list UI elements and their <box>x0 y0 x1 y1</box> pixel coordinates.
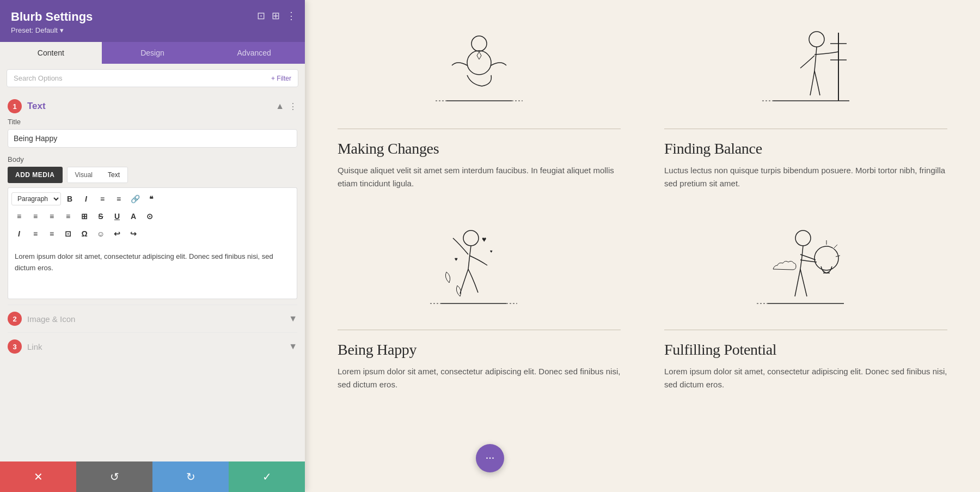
tab-advanced[interactable]: Advanced <box>203 42 305 64</box>
text-color-button[interactable]: A <box>126 209 141 223</box>
outdent-button[interactable]: ≡ <box>44 227 59 241</box>
redo-editor-button[interactable]: ↪ <box>126 227 141 241</box>
panel-preset[interactable]: Preset: Default ▾ <box>11 26 294 34</box>
card-text-being-happy: Lorem ipsum dolor sit amet, consectetur … <box>338 365 621 391</box>
panel-header: Blurb Settings Preset: Default ▾ ⊡ ⊞ ⋮ <box>0 0 305 42</box>
card-title-finding-balance: Finding Balance <box>664 140 947 157</box>
link-title-row: 3 Link <box>8 339 42 354</box>
more-options-icon[interactable]: ⋮ <box>286 10 296 22</box>
link-title: Link <box>27 342 42 351</box>
card-divider-2 <box>664 129 947 129</box>
fab-button[interactable]: ··· <box>476 444 504 472</box>
cancel-icon: ✕ <box>34 470 43 483</box>
card-title-fulfilling-potential: Fulfilling Potential <box>664 341 947 359</box>
visual-tab[interactable]: Visual <box>68 167 100 183</box>
italic-button[interactable]: I <box>78 192 94 206</box>
text-tab[interactable]: Text <box>100 167 127 183</box>
body-text: Lorem ipsum dolor sit amet, consectetur … <box>15 251 290 274</box>
card-text-making-changes: Quisque aliquet velit sit amet sem inter… <box>338 164 621 190</box>
card-finding-balance: Finding Balance Luctus lectus non quisqu… <box>664 11 947 190</box>
panel-title: Blurb Settings <box>11 10 294 24</box>
tab-content[interactable]: Content <box>0 42 102 64</box>
body-section: Body ADD MEDIA Visual Text Paragraph B I <box>8 155 297 299</box>
filter-button[interactable]: + Filter <box>271 75 291 82</box>
svg-point-0 <box>467 51 491 75</box>
toolbar-row-2: ≡ ≡ ≡ ≡ ⊞ S U A ⊙ <box>11 208 293 225</box>
collapse-text-icon[interactable]: ▲ <box>275 101 284 111</box>
finding-balance-illustration <box>664 11 947 120</box>
svg-text:♥: ♥ <box>455 256 458 262</box>
body-field-label: Body <box>8 155 297 163</box>
card-text-finding-balance: Luctus lectus non quisque turpis bibendu… <box>664 164 947 190</box>
text-section-title: Text <box>27 101 46 112</box>
step-badge-3: 3 <box>8 339 22 354</box>
underline-button[interactable]: U <box>109 209 125 223</box>
omega-button[interactable]: Ω <box>77 227 92 241</box>
emoji-button[interactable]: ☺ <box>93 227 108 241</box>
blockquote-button[interactable]: ❝ <box>144 192 159 206</box>
save-icon: ✓ <box>262 470 272 483</box>
svg-point-5 <box>809 32 824 47</box>
card-title-being-happy: Being Happy <box>338 341 621 359</box>
add-media-button[interactable]: ADD MEDIA <box>8 167 63 183</box>
image-icon-title-row: 2 Image & Icon <box>8 312 75 326</box>
align-center-button[interactable]: ≡ <box>28 209 43 223</box>
bold-button[interactable]: B <box>62 192 77 206</box>
align-right-button[interactable]: ≡ <box>44 209 59 223</box>
cancel-button[interactable]: ✕ <box>0 461 76 492</box>
text-section-title-row: 1 Text <box>8 99 46 113</box>
editor-toolbar: Paragraph B I ≡ ≡ 🔗 ❝ ≡ ≡ ≡ ≡ ⊞ <box>8 187 297 245</box>
card-divider-3 <box>338 330 621 330</box>
panel-content: 1 Text ▲ ⋮ Title Body ADD MEDIA Visual <box>0 93 305 461</box>
card-being-happy: ♥ ♥ ♥ Being Happy Lorem ipsum dolor sit … <box>338 212 621 391</box>
text-section-header: 1 Text ▲ ⋮ <box>8 93 297 118</box>
main-content: Making Changes Quisque aliquet velit sit… <box>305 0 980 492</box>
search-bar[interactable]: Search Options + Filter <box>7 69 298 87</box>
image-icon-section: 2 Image & Icon ▼ <box>8 305 297 332</box>
toolbar-row-3: I ≡ ≡ ⊡ Ω ☺ ↩ ↪ <box>11 225 293 242</box>
indent-button[interactable]: ≡ <box>28 227 43 241</box>
card-title-making-changes: Making Changes <box>338 140 621 157</box>
card-fulfilling-potential: Fulfilling Potential Lorem ipsum dolor s… <box>664 212 947 391</box>
special-char-button[interactable]: ⊙ <box>142 209 157 223</box>
fullscreen-button[interactable]: ⊡ <box>60 227 76 241</box>
paragraph-select[interactable]: Paragraph <box>11 192 61 205</box>
expand-link-icon[interactable]: ▼ <box>289 342 297 351</box>
link-section: 3 Link ▼ <box>8 332 297 360</box>
save-button[interactable]: ✓ <box>229 461 305 492</box>
layout-icon[interactable]: ⊞ <box>272 10 280 22</box>
visual-text-tabs: Visual Text <box>67 167 128 183</box>
card-making-changes: Making Changes Quisque aliquet velit sit… <box>338 11 621 190</box>
title-input[interactable] <box>8 129 297 148</box>
numbered-list-button[interactable]: ≡ <box>111 192 126 206</box>
making-changes-illustration <box>338 11 621 120</box>
redo-button[interactable]: ↻ <box>152 461 229 492</box>
being-happy-illustration: ♥ ♥ ♥ <box>338 212 621 321</box>
undo-editor-button[interactable]: ↩ <box>109 227 125 241</box>
redo-icon: ↻ <box>186 470 195 483</box>
expand-image-icon[interactable]: ▼ <box>289 314 297 324</box>
align-justify-button[interactable]: ≡ <box>60 209 76 223</box>
align-left-button[interactable]: ≡ <box>11 209 27 223</box>
step-badge-2: 2 <box>8 312 22 326</box>
table-button[interactable]: ⊞ <box>77 209 92 223</box>
panel-footer: ✕ ↺ ↻ ✓ <box>0 461 305 492</box>
svg-text:♥: ♥ <box>490 249 493 254</box>
strikethrough-button[interactable]: S <box>93 209 108 223</box>
fulfilling-potential-illustration <box>664 212 947 321</box>
link-button[interactable]: 🔗 <box>127 192 143 206</box>
settings-panel: Blurb Settings Preset: Default ▾ ⊡ ⊞ ⋮ C… <box>0 0 305 492</box>
tab-design[interactable]: Design <box>102 42 204 64</box>
expand-icon[interactable]: ⊡ <box>257 10 265 22</box>
search-placeholder-text: Search Options <box>14 74 63 82</box>
svg-point-11 <box>463 230 479 246</box>
editor-body[interactable]: Lorem ipsum dolor sit amet, consectetur … <box>8 245 297 299</box>
undo-icon: ↺ <box>110 470 119 483</box>
card-divider-4 <box>664 330 947 330</box>
bullet-list-button[interactable]: ≡ <box>95 192 110 206</box>
card-text-fulfilling-potential: Lorem ipsum dolor sit amet, consectetur … <box>664 365 947 391</box>
italic2-button[interactable]: I <box>11 227 27 241</box>
undo-button[interactable]: ↺ <box>76 461 152 492</box>
text-section-more-icon[interactable]: ⋮ <box>289 101 297 112</box>
step-badge-1: 1 <box>8 99 22 113</box>
